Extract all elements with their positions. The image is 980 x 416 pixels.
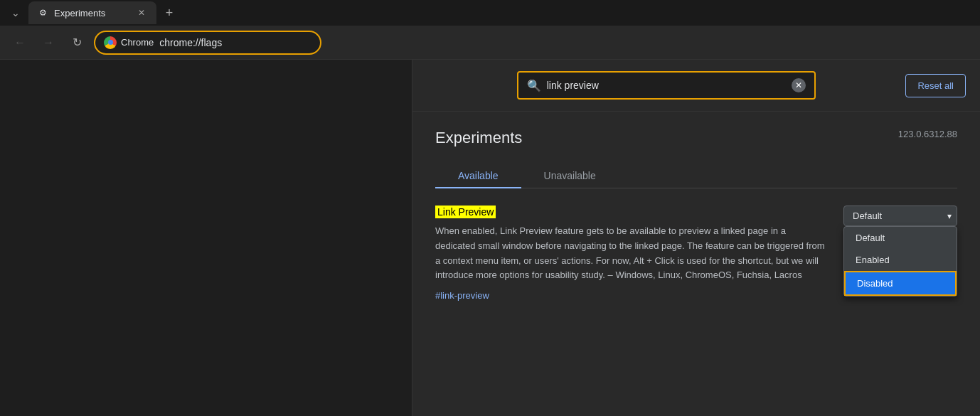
forward-button[interactable]: → (37, 31, 60, 54)
chrome-label: Chrome (121, 37, 154, 48)
feature-item: Link Preview When enabled, Link Preview … (435, 206, 957, 302)
tabs-container: Available Unavailable (435, 164, 957, 188)
forward-icon: → (43, 36, 54, 49)
version-text: 123.0.6312.88 (898, 129, 957, 139)
feature-dropdown[interactable]: Default Enabled Disabled (843, 206, 957, 226)
title-bar: ⌄ ⚙ Experiments ✕ + (0, 0, 980, 26)
experiments-header: Experiments 123.0.6312.88 (435, 129, 957, 147)
tab-overflow-button[interactable]: ⌄ (6, 3, 26, 23)
experiments-area: Experiments 123.0.6312.88 Available Unav… (412, 112, 980, 416)
feature-content: Link Preview When enabled, Link Preview … (435, 206, 826, 302)
tab-bar: ⌄ ⚙ Experiments ✕ + (6, 1, 974, 24)
sidebar (0, 60, 412, 416)
dropdown-option-default[interactable]: Default (844, 227, 957, 249)
refresh-icon: ↻ (73, 36, 82, 49)
chrome-logo-icon (104, 36, 117, 49)
feature-name: Link Preview (435, 206, 496, 218)
search-box[interactable]: 🔍 link preview ✕ (517, 71, 816, 100)
chrome-icon-wrap: Chrome (104, 36, 154, 49)
dropdown-option-enabled[interactable]: Enabled (844, 249, 957, 271)
page-title: Experiments (435, 129, 522, 147)
feature-link[interactable]: #link-preview (435, 290, 489, 301)
new-tab-button[interactable]: + (159, 3, 179, 23)
tab-title: Experiments (54, 8, 129, 18)
search-input[interactable]: link preview (547, 80, 786, 91)
search-icon: 🔍 (527, 79, 541, 92)
url-text: chrome://flags (159, 37, 311, 48)
dropdown-menu: Default Enabled Disabled (843, 226, 957, 297)
main-content: 🔍 link preview ✕ Reset all Experiments 1… (0, 60, 980, 416)
tab-favicon: ⚙ (37, 7, 48, 18)
dropdown-option-disabled[interactable]: Disabled (844, 271, 957, 296)
tab-unavailable[interactable]: Unavailable (521, 164, 619, 188)
back-button[interactable]: ← (9, 31, 31, 54)
refresh-button[interactable]: ↻ (65, 31, 88, 54)
clear-icon: ✕ (795, 80, 802, 90)
tab-available[interactable]: Available (435, 164, 521, 188)
reset-all-button[interactable]: Reset all (905, 74, 966, 97)
back-icon: ← (14, 36, 26, 49)
dropdown-area: Default Enabled Disabled ▾ Default Enabl… (843, 206, 957, 226)
address-bar[interactable]: Chrome chrome://flags (94, 31, 321, 55)
tab-close-button[interactable]: ✕ (135, 6, 148, 19)
clear-search-button[interactable]: ✕ (792, 78, 806, 92)
toolbar: ← → ↻ Chrome chrome://flags (0, 26, 980, 60)
active-tab[interactable]: ⚙ Experiments ✕ (28, 1, 156, 24)
search-area: 🔍 link preview ✕ Reset all (412, 60, 980, 112)
feature-description: When enabled, Link Preview feature gets … (435, 224, 826, 283)
